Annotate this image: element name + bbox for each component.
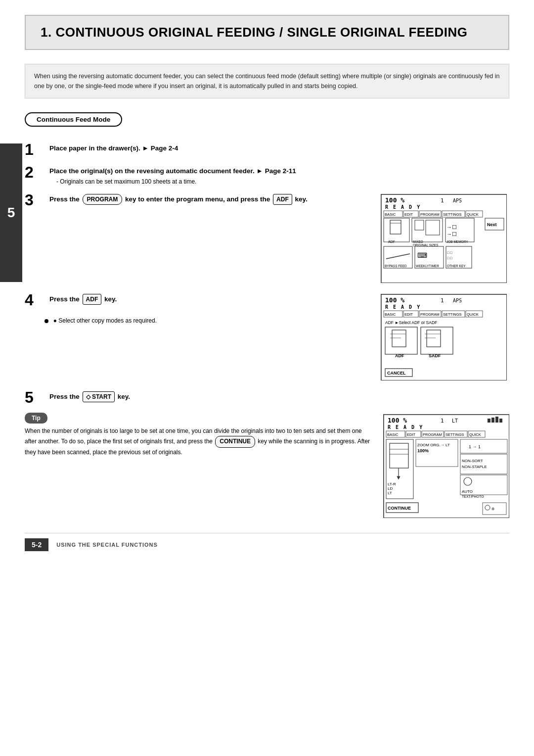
step-4-screen: 100 % 1 APS R E A D Y BASIC EDIT PROGRAM… (381, 294, 509, 380)
step-3-screen: 100 % 1 APS R E A D Y BASIC EDIT PROGRAM… (381, 194, 509, 283)
step-5-content: Press the ◇ START key. (49, 391, 509, 402)
svg-text:CANCEL: CANCEL (387, 371, 406, 376)
svg-text:□ □: □ □ (447, 256, 452, 260)
svg-rect-75 (499, 419, 502, 423)
svg-text:TEXT/PHOTO: TEXT/PHOTO (462, 495, 484, 498)
svg-text:1: 1 (441, 418, 444, 424)
svg-text:SETTINGS: SETTINGS (443, 212, 462, 217)
svg-text:NON-STAPLE: NON-STAPLE (462, 465, 487, 469)
program-key: PROGRAM (83, 194, 123, 205)
step-4-text: Press the ADF key. (49, 294, 371, 305)
intro-text: When using the reversing automatic docum… (34, 73, 500, 90)
continue-key: CONTINUE (215, 436, 255, 447)
step-1-number: 1 (25, 142, 44, 157)
svg-text:→☐: →☐ (446, 231, 457, 237)
svg-text:EDIT: EDIT (407, 432, 416, 437)
step-4-number: 4 (25, 292, 44, 308)
svg-text:LT: LT (388, 491, 392, 495)
svg-text:R E A D Y: R E A D Y (385, 204, 421, 210)
svg-text:WEEKLYTIMER: WEEKLYTIMER (416, 264, 439, 268)
chapter-title: 1. CONTINUOUS ORIGINAL FEEDING / SINGLE … (41, 25, 493, 40)
page-number-badge: 5-2 (25, 538, 48, 551)
step-1: 1 Place paper in the drawer(s). ► Page 2… (25, 143, 509, 157)
svg-rect-73 (491, 418, 494, 423)
start-key: ◇ START (83, 391, 115, 402)
svg-text:EDIT: EDIT (404, 212, 413, 217)
svg-text:R E A D Y: R E A D Y (385, 304, 421, 310)
svg-text:BASIC: BASIC (387, 432, 399, 437)
tip-section: Tip When the number of originals is too … (25, 414, 509, 518)
svg-text:R E A D Y: R E A D Y (388, 425, 423, 430)
svg-text:1 → 1: 1 → 1 (469, 444, 481, 449)
bullet-icon (44, 319, 48, 323)
svg-text:Next: Next (487, 222, 497, 227)
svg-text:APS: APS (453, 298, 462, 303)
svg-text:ZOOM  ORG.→ LT: ZOOM ORG.→ LT (417, 443, 450, 447)
svg-text:ADF: ADF (388, 240, 395, 243)
svg-text:SETTINGS: SETTINGS (443, 312, 462, 317)
select-note: ● Select other copy modes as required. (44, 317, 371, 324)
svg-text:⚙: ⚙ (491, 507, 494, 511)
svg-text:SETTINGS: SETTINGS (445, 432, 464, 437)
screen3-svg: 100 % 1 LT R E A D Y BASIC EDIT PROGRAM … (383, 414, 509, 518)
step-3-left: 3 Press the PROGRAM key to enter the pro… (25, 194, 371, 217)
svg-text:LD: LD (388, 486, 393, 491)
step-2: 2 Place the original(s) on the revesing … (25, 166, 509, 185)
chapter-header: 1. CONTINUOUS ORIGINAL FEEDING / SINGLE … (25, 15, 509, 50)
tip-left: Tip When the number of originals is too … (25, 414, 373, 457)
svg-text:ADF ►Select ADF or SADF: ADF ►Select ADF or SADF (385, 320, 437, 325)
adf-key-step4: ADF (83, 294, 102, 305)
svg-text:BYPASS FEED: BYPASS FEED (385, 264, 407, 268)
svg-text:PROGRAM: PROGRAM (420, 212, 440, 217)
svg-text:LT: LT (452, 418, 458, 424)
svg-text:LT-R: LT-R (388, 482, 396, 486)
svg-text:QUICK: QUICK (467, 312, 479, 317)
step-2-note: - Originals can be set maximum 100 sheet… (56, 178, 509, 185)
svg-text:1: 1 (441, 297, 444, 304)
step-3-number: 3 (25, 192, 44, 208)
svg-text:1: 1 (441, 197, 444, 204)
step-3: 3 Press the PROGRAM key to enter the pro… (25, 194, 371, 208)
svg-rect-72 (488, 419, 490, 423)
step-2-number: 2 (25, 164, 44, 180)
step-3-content: Press the PROGRAM key to enter the progr… (49, 194, 371, 205)
page-footer: 5-2 USING THE SPECIAL FUNCTIONS (25, 533, 509, 551)
step-3-row: 3 Press the PROGRAM key to enter the pro… (25, 194, 509, 283)
step-4-content: Press the ADF key. (49, 294, 371, 305)
step-4: 4 Press the ADF key. (25, 294, 371, 308)
screen2-svg: 100 % 1 APS R E A D Y BASIC EDIT PROGRAM… (381, 294, 507, 380)
step-5-number: 5 (25, 389, 44, 405)
tip-screen: 100 % 1 LT R E A D Y BASIC EDIT PROGRAM … (383, 414, 509, 518)
svg-text:QUICK: QUICK (469, 432, 481, 437)
tip-text: When the number of originals is too larg… (25, 426, 373, 457)
step-1-content: Place paper in the drawer(s). ► Page 2-4 (49, 143, 509, 153)
step-2-content: Place the original(s) on the revesing au… (49, 166, 509, 185)
section-badge: Continuous Feed Mode (25, 112, 122, 127)
intro-box: When using the reversing automatic docum… (25, 64, 509, 98)
svg-text:100 %: 100 % (388, 417, 407, 424)
svg-rect-74 (495, 417, 498, 423)
screen1-svg: 100 % 1 APS R E A D Y BASIC EDIT PROGRAM… (381, 194, 507, 283)
svg-text:JOB MEMORY: JOB MEMORY (446, 240, 468, 243)
svg-text:APS: APS (453, 198, 462, 203)
svg-text:CONTINUE: CONTINUE (388, 506, 411, 511)
svg-text:100%: 100% (417, 448, 429, 453)
svg-text:PROGRAM: PROGRAM (420, 312, 440, 317)
svg-text:AUTO: AUTO (462, 489, 473, 494)
step-3-text: Press the PROGRAM key to enter the progr… (49, 194, 371, 205)
step-1-text: Place paper in the drawer(s). ► Page 2-4 (49, 143, 509, 153)
select-note-text: ● Select other copy modes as required. (53, 317, 157, 324)
svg-text:BASIC: BASIC (385, 312, 396, 317)
svg-text:□ □: □ □ (447, 251, 452, 254)
svg-text:EDIT: EDIT (404, 312, 413, 317)
step-5-text: Press the ◇ START key. (49, 391, 509, 402)
step-2-text: Place the original(s) on the revesing au… (49, 166, 509, 176)
svg-text:100 %: 100 % (385, 196, 404, 204)
svg-text:QUICK: QUICK (467, 212, 479, 217)
step-4-left: 4 Press the ADF key. ● Select other copy… (25, 294, 371, 324)
svg-text:OTHER KEY: OTHER KEY (447, 264, 466, 268)
step-4-row: 4 Press the ADF key. ● Select other copy… (25, 294, 509, 380)
svg-text:100 %: 100 % (385, 296, 404, 304)
steps-container: 5 1 Place paper in the drawer(s). ► Page… (25, 143, 509, 405)
svg-text:→☐: →☐ (446, 224, 457, 230)
